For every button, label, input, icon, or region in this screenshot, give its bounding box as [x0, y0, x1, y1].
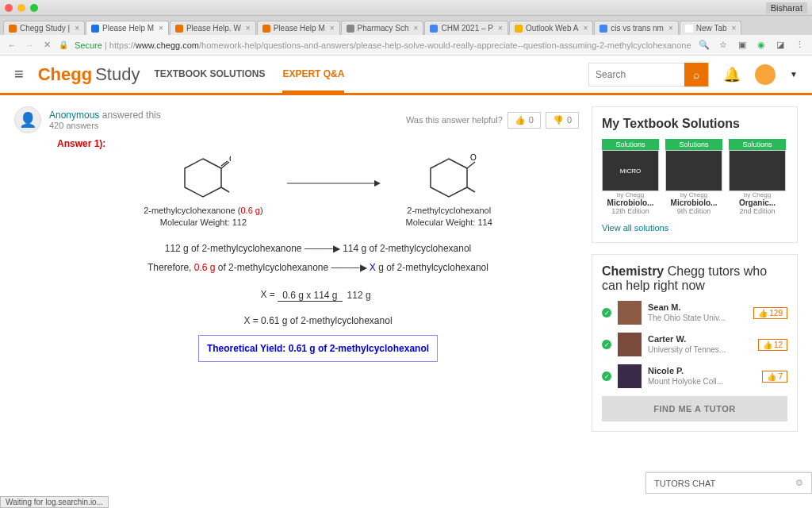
proto-label: | https:// [102, 40, 136, 50]
numerator: 0.6 g x 114 g [278, 290, 342, 302]
tutors-chat-bar[interactable]: TUTORS CHAT ⚙ [645, 472, 812, 494]
favicon-icon [347, 25, 354, 33]
browser-tab[interactable]: Pharmacy Sch× [341, 21, 424, 35]
book-title: Microbiolo... [602, 198, 659, 207]
browser-tab[interactable]: Chegg Study |× [3, 21, 85, 35]
hamburger-icon[interactable]: ≡ [14, 65, 24, 83]
product-mw: Molecular Weight: 114 [406, 217, 492, 229]
close-window-icon[interactable] [5, 4, 13, 12]
browser-tab[interactable]: New Tab× [680, 21, 742, 35]
view-all-solutions-link[interactable]: View all solutions [602, 223, 787, 233]
favicon-icon [91, 25, 99, 33]
textbook-item[interactable]: SolutionsMICROby CheggMicrobiolo...12th … [602, 139, 659, 215]
notifications-icon[interactable]: 🔔 [723, 66, 741, 83]
star-icon[interactable]: ☆ [717, 40, 730, 50]
solutions-badge: Solutions [665, 139, 722, 150]
tutor-item[interactable]: ✓Sean M.The Ohio State Univ...👍 129 [602, 301, 787, 325]
logo-brand: Chegg [38, 64, 92, 84]
reactant-mw: Molecular Weight: 112 [144, 217, 262, 229]
ext2-icon[interactable]: ◪ [774, 40, 787, 50]
search-input[interactable] [589, 69, 684, 80]
tutor-avatar [618, 301, 642, 325]
search-button[interactable]: ⌕ [684, 63, 708, 87]
maximize-window-icon[interactable] [30, 4, 38, 12]
browser-tab[interactable]: Please Help M× [86, 21, 169, 35]
fraction: 0.6 g x 114 g112 g [278, 286, 375, 305]
book-cover [665, 150, 722, 191]
primary-nav: TEXTBOOK SOLUTIONS EXPERT Q&A [154, 68, 344, 80]
favicon-icon [262, 25, 270, 33]
textbook-item[interactable]: Solutionsby CheggOrganic...2nd Edition [729, 139, 786, 215]
browser-tab[interactable]: Please Help M× [257, 21, 340, 35]
tutor-university: University of Tennes... [648, 345, 743, 355]
cast-icon[interactable]: ▣ [736, 40, 749, 50]
book-title: Organic... [729, 198, 786, 207]
textbook-solutions-box: My Textbook Solutions SolutionsMICROby C… [592, 106, 798, 243]
stoich-right: 114 g of 2-methylcyclohexanol [343, 243, 471, 254]
browser-tab[interactable]: Outlook Web A× [509, 21, 593, 35]
tab-label: Outlook Web A [526, 24, 579, 33]
tab-label: Please Help M [274, 24, 325, 33]
tab-label: Please Help M [102, 24, 154, 33]
tab-close-icon[interactable]: × [414, 24, 419, 33]
site-search: ⌕ [588, 63, 709, 87]
tutor-score-badge: 👍 12 [758, 339, 787, 351]
zoom-icon[interactable]: 🔍 [698, 40, 710, 50]
theoretical-yield-box: Theoretical Yield: 0.61 g of 2-methylcyc… [198, 335, 438, 362]
tutor-score-badge: 👍 129 [753, 307, 787, 319]
thumbs-up-icon: 👍 [767, 372, 776, 381]
nav-textbook-solutions[interactable]: TEXTBOOK SOLUTIONS [154, 68, 265, 80]
minimize-window-icon[interactable] [17, 4, 25, 12]
nav-expert-qa[interactable]: EXPERT Q&A [282, 68, 344, 93]
logo[interactable]: CheggStudy [38, 64, 140, 85]
tab-label: Pharmacy Sch [358, 24, 409, 33]
menu-icon[interactable]: ⋮ [793, 40, 806, 50]
tab-label: New Tab [696, 24, 727, 33]
chevron-down-icon[interactable]: ▼ [790, 70, 798, 79]
find-tutor-button[interactable]: FIND ME A TUTOR [602, 396, 787, 421]
os-user-label: Bisharat [766, 2, 807, 13]
stop-icon[interactable]: ✕ [41, 40, 52, 50]
tab-close-icon[interactable]: × [159, 24, 163, 33]
thumbs-up-button[interactable]: 👍0 [508, 112, 541, 129]
tab-close-icon[interactable]: × [583, 24, 588, 33]
solutions-badge: Solutions [729, 139, 786, 150]
svg-marker-0 [185, 159, 221, 197]
tab-close-icon[interactable]: × [330, 24, 335, 33]
svg-text:O: O [229, 154, 231, 164]
url-field[interactable]: Secure | https://www.chegg.com/homework-… [75, 40, 691, 50]
tab-close-icon[interactable]: × [668, 24, 673, 33]
back-icon[interactable]: ← [6, 40, 17, 50]
reaction-arrow-icon [287, 178, 382, 189]
secure-label: Secure [75, 40, 102, 50]
down-count: 0 [567, 115, 572, 125]
tab-close-icon[interactable]: × [246, 24, 251, 33]
answerer-name[interactable]: Anonymous [49, 110, 99, 121]
svg-line-4 [221, 187, 229, 192]
tutor-item[interactable]: ✓Nicole P.Mount Holyoke Coll...👍 7 [602, 364, 787, 388]
product-structure: OH 2-methylcyclohexanol Molecular Weight… [406, 154, 492, 229]
forward-icon: → [24, 40, 35, 50]
tab-close-icon[interactable]: × [732, 24, 737, 33]
thumbs-down-button[interactable]: 👎0 [546, 112, 579, 129]
lock-icon: 🔒 [59, 40, 68, 49]
paren-close: ) [260, 206, 263, 215]
tutor-score-badge: 👍 7 [762, 371, 787, 383]
gear-icon[interactable]: ⚙ [795, 478, 803, 488]
avatar[interactable] [755, 64, 776, 85]
textbook-item[interactable]: Solutionsby CheggMicrobiolo...9th Editio… [665, 139, 722, 215]
book-edition: 9th Edition [665, 207, 722, 215]
svg-line-10 [467, 187, 475, 192]
browser-tab[interactable]: Please Help. W× [170, 21, 256, 35]
tutor-item[interactable]: ✓Carter W.University of Tennes...👍 12 [602, 333, 787, 356]
unknown-compound: g of 2-methylcyclohexanol [376, 262, 488, 273]
browser-tab[interactable]: cis vs trans nm× [594, 21, 679, 35]
tab-close-icon[interactable]: × [498, 24, 503, 33]
favicon-icon [599, 25, 607, 33]
browser-tab[interactable]: CHM 2021 – P× [424, 21, 508, 35]
tab-label: Chegg Study | [20, 24, 70, 33]
ext1-icon[interactable]: ◉ [755, 40, 768, 50]
path-label: /homework-help/questions-and-answers/ple… [199, 40, 691, 50]
thumbs-down-icon: 👎 [553, 115, 564, 125]
tab-close-icon[interactable]: × [75, 24, 79, 33]
